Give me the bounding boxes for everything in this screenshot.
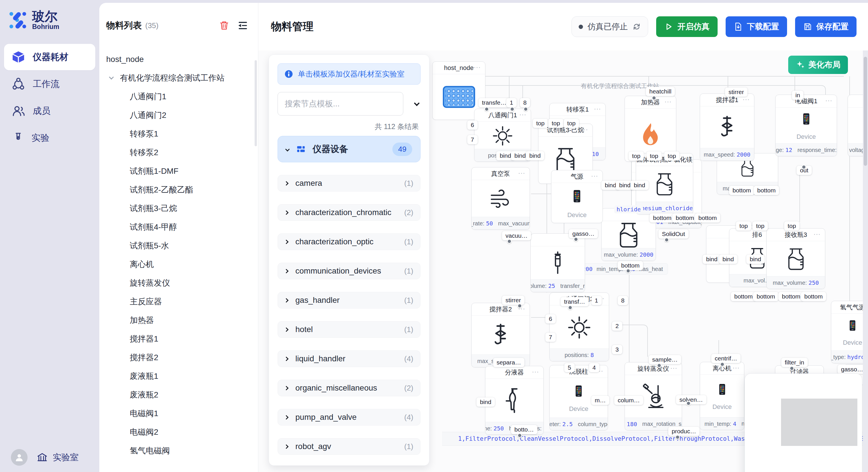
tree-item[interactable]: 八通阀门2 <box>99 106 258 125</box>
port-handle[interactable] <box>801 165 806 169</box>
tree-item-root[interactable]: host_node <box>99 50 258 69</box>
template-row-characterization-optic[interactable]: characterization_optic(1) <box>278 233 421 250</box>
port-chip[interactable]: SolidOut <box>658 229 689 239</box>
port-handle[interactable] <box>731 96 736 100</box>
port-handle[interactable] <box>517 433 522 438</box>
port-handle[interactable] <box>626 268 631 273</box>
node-menu-icon[interactable]: … <box>473 62 482 70</box>
port-chip[interactable]: 1 <box>506 98 517 107</box>
node-menu-icon[interactable]: … <box>732 362 741 370</box>
port-chip[interactable]: 2 <box>612 322 622 331</box>
port-chip[interactable]: bottom <box>618 261 643 270</box>
port-chip[interactable]: 4 <box>589 363 599 372</box>
port-chip[interactable]: 5 <box>564 363 575 372</box>
template-row-hotel[interactable]: hotel(1) <box>278 321 421 338</box>
port-chip[interactable]: filter_in <box>781 358 808 367</box>
port-chip[interactable]: bottom <box>753 292 778 301</box>
category-instruments[interactable]: 仪器设备 49 <box>278 136 421 162</box>
port-chip[interactable]: bottom <box>672 213 698 223</box>
user-avatar[interactable] <box>11 449 28 466</box>
port-chip[interactable]: bind <box>746 255 765 264</box>
port-chip[interactable]: bottom <box>650 213 675 223</box>
tree-item[interactable]: 加热器 <box>99 311 258 330</box>
beautify-layout-button[interactable]: 美化布局 <box>788 56 848 74</box>
port-chip[interactable]: 7 <box>467 135 477 144</box>
simulation-status-pill[interactable]: 仿真已停止 <box>571 16 648 37</box>
tree-item[interactable]: 转移泵1 <box>99 125 258 143</box>
tree-item[interactable]: 旋转蒸发仪 <box>99 274 258 292</box>
port-chip[interactable]: bind <box>630 181 649 190</box>
port-chip[interactable]: top <box>564 119 579 128</box>
port-chip[interactable]: 7 <box>546 333 556 342</box>
tree-item[interactable]: 试剂瓶4-甲醇 <box>99 217 258 236</box>
template-row-gas-handler[interactable]: gas_handler(1) <box>278 292 421 308</box>
port-chip[interactable]: bind <box>703 255 721 264</box>
port-chip[interactable]: colum… <box>614 396 643 405</box>
template-row-communication-devices[interactable]: communication_devices(1) <box>278 263 421 279</box>
search-input[interactable] <box>278 92 403 115</box>
port-chip[interactable]: 6 <box>546 314 556 324</box>
node-menu-icon[interactable]: … <box>581 124 589 132</box>
canvas-node-vacuum[interactable]: 真空泵… pump_rate: 50 max_vacuum: 0.1 <box>471 167 530 230</box>
port-chip[interactable]: bind <box>719 255 737 264</box>
canvas-node-centrifuge[interactable]: 离心机… Device speed: 40 min_temp: 4 max_sp… <box>700 362 744 430</box>
tree-item[interactable]: 电磁阀2 <box>99 423 258 441</box>
port-chip[interactable]: top <box>664 151 679 161</box>
canvas-node-reactor[interactable]: max_volume: 2000 <box>601 208 656 261</box>
port-chip[interactable]: produc… <box>668 427 700 436</box>
minimap-viewport[interactable] <box>781 399 857 446</box>
tree-item[interactable]: 试剂瓶2-乙酸乙酯 <box>99 180 258 199</box>
port-chip[interactable]: transfe… <box>478 98 510 107</box>
tree-item[interactable]: 八通阀门1 <box>99 87 258 106</box>
template-row-camera[interactable]: camera(1) <box>278 175 421 192</box>
trash-icon[interactable] <box>219 20 229 31</box>
port-chip[interactable]: m… <box>591 396 609 405</box>
port-chip[interactable]: bind <box>526 151 544 160</box>
template-row-liquid-handler[interactable]: liquid_handler(4) <box>278 350 421 367</box>
port-handle[interactable] <box>686 401 691 406</box>
canvas-node-syringe[interactable]: max_volume: 25 transfer_rate: 10 <box>530 233 585 292</box>
tree-item[interactable]: 真空泵 <box>99 460 258 463</box>
port-handle[interactable] <box>484 107 489 111</box>
sidebar-item-laboratory[interactable]: 实验室 <box>36 451 79 463</box>
port-chip[interactable]: top <box>548 119 563 128</box>
save-config-button[interactable]: 保存配置 <box>795 16 857 37</box>
port-handle[interactable] <box>517 303 522 308</box>
tree-item[interactable]: 试剂瓶1-DMF <box>99 162 258 180</box>
port-chip[interactable]: sample… <box>649 355 681 364</box>
canvas-node-h2source[interactable]: 氢气气源 Device _type: hydrogen <box>831 301 863 363</box>
port-chip[interactable]: stirrer <box>502 296 524 305</box>
port-handle[interactable] <box>789 366 794 371</box>
port-chip[interactable]: bind <box>476 398 495 407</box>
sidebar-item-experiments[interactable]: 实验 <box>4 125 95 151</box>
canvas-node-stirrer1[interactable]: 搅拌器1… max_speed: 2000 <box>700 94 754 161</box>
port-chip[interactable]: solven… <box>676 395 706 404</box>
tree-item[interactable]: 试剂瓶3-己烷 <box>99 199 258 217</box>
tree-item[interactable]: 离心机 <box>99 255 258 274</box>
port-handle[interactable] <box>652 96 656 100</box>
port-handle[interactable] <box>510 107 515 111</box>
download-config-button[interactable]: 下载配置 <box>725 16 787 37</box>
port-chip[interactable]: vacuu… <box>502 231 531 240</box>
page-scrollbar[interactable] <box>863 50 868 472</box>
port-handle[interactable] <box>720 362 725 367</box>
node-menu-icon[interactable]: … <box>813 229 822 237</box>
node-menu-icon[interactable]: … <box>681 154 689 162</box>
tree-item[interactable]: 废液瓶1 <box>99 367 258 385</box>
template-row-organic-miscellaneous[interactable]: organic_miscellaneous(2) <box>278 380 421 396</box>
port-chip[interactable]: 1 <box>591 296 601 305</box>
tree-item[interactable]: 废液瓶2 <box>99 385 258 404</box>
canvas-node-recv3[interactable]: 接收瓶3… max_volume: 250 <box>766 228 825 289</box>
port-chip[interactable]: bottom <box>801 292 826 301</box>
template-row-pump-and-valve[interactable]: pump_and_valve(4) <box>278 409 421 426</box>
template-row-robot-agv[interactable]: robot_agv(1) <box>278 438 421 455</box>
port-chip[interactable]: separa… <box>493 358 524 367</box>
port-chip[interactable]: bottom <box>729 186 754 195</box>
port-chip[interactable]: 8 <box>618 296 628 305</box>
tree-item[interactable]: 电磁阀1 <box>99 404 258 423</box>
port-handle[interactable] <box>657 363 662 368</box>
collapse-panel-icon[interactable] <box>237 20 248 31</box>
port-chip[interactable]: top <box>629 151 644 161</box>
port-chip[interactable]: top <box>753 222 768 231</box>
tree-group[interactable]: 有机化学流程综合测试工作站 <box>99 69 258 87</box>
